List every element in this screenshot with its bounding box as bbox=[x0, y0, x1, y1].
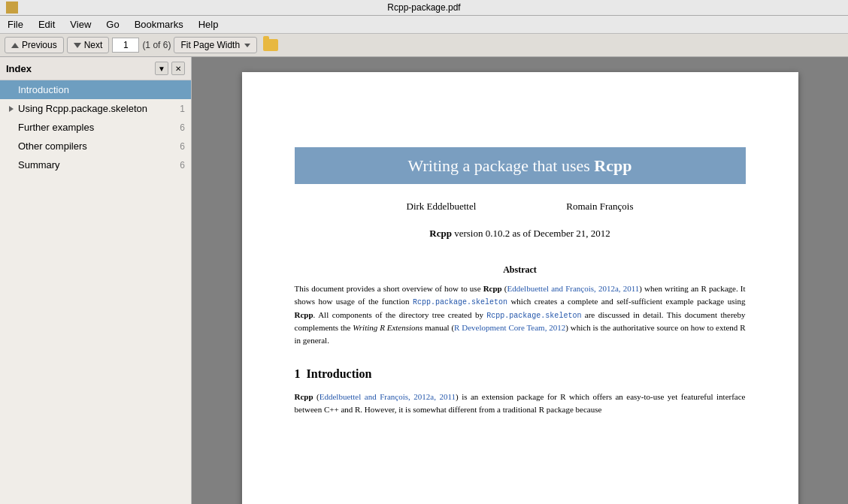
next-label: Next bbox=[84, 40, 103, 50]
sidebar: Index ▼ ✕ Introduction Using Rcpp.packag… bbox=[0, 57, 192, 504]
sidebar-label-other-compilers: Other compilers bbox=[18, 140, 180, 152]
expand-arrow-icon bbox=[9, 106, 14, 112]
pdf-link-rcore[interactable]: R Development Core Team, 2012 bbox=[454, 323, 565, 332]
sidebar-item-other-compilers[interactable]: Other compilers 6 bbox=[0, 137, 191, 155]
pdf-title: Writing a package that uses Rcpp bbox=[295, 147, 746, 184]
menu-view[interactable]: View bbox=[65, 17, 95, 32]
sidebar-label-summary: Summary bbox=[18, 159, 180, 171]
page-number-input[interactable]: 1 bbox=[112, 38, 139, 53]
pdf-abstract-body: This document provides a short overview … bbox=[295, 282, 746, 347]
pdf-author1: Dirk Eddelbuettel bbox=[407, 199, 477, 214]
pdf-area[interactable]: Writing a package that uses Rcpp Dirk Ed… bbox=[192, 57, 848, 504]
menubar: File Edit View Go Bookmarks Help bbox=[0, 16, 848, 34]
menu-go[interactable]: Go bbox=[101, 17, 123, 32]
pdf-title-bold: Rcpp bbox=[594, 156, 631, 175]
sidebar-page-further-examples: 6 bbox=[180, 122, 185, 133]
sidebar-label-using-rcpp: Using Rcpp.package.skeleton bbox=[18, 103, 180, 114]
sidebar-close-button[interactable]: ✕ bbox=[171, 62, 185, 75]
sidebar-expand-introduction bbox=[9, 84, 15, 95]
toolbar: Previous Next 1 (1 of 6) Fit Page Width bbox=[0, 34, 848, 57]
fit-label: Fit Page Width bbox=[180, 40, 240, 50]
sidebar-item-introduction[interactable]: Introduction bbox=[0, 80, 191, 99]
pdf-section1-body: Rcpp (Eddelbuettel and François, 2012a, … bbox=[295, 391, 746, 416]
sidebar-title: Index bbox=[6, 63, 32, 74]
sidebar-label-introduction: Introduction bbox=[18, 84, 185, 95]
sidebar-page-other-compilers: 6 bbox=[180, 141, 185, 152]
pdf-version: Rcpp version 0.10.2 as of December 21, 2… bbox=[295, 226, 746, 241]
menu-bookmarks[interactable]: Bookmarks bbox=[130, 17, 188, 32]
pdf-title-container: Writing a package that uses Rcpp bbox=[295, 147, 746, 184]
menu-help[interactable]: Help bbox=[194, 17, 223, 32]
pdf-title-text1: Writing a package that uses bbox=[408, 156, 595, 175]
pdf-rcpp-strong: Rcpp bbox=[295, 392, 313, 401]
sidebar-page-using-rcpp: 1 bbox=[180, 104, 185, 114]
sidebar-sort-button[interactable]: ▼ bbox=[155, 62, 168, 75]
pdf-section1-title: 1 Introduction bbox=[295, 365, 746, 383]
main-area: Index ▼ ✕ Introduction Using Rcpp.packag… bbox=[0, 57, 848, 504]
menu-file[interactable]: File bbox=[3, 17, 28, 32]
sidebar-page-summary: 6 bbox=[180, 160, 185, 171]
pdf-link-intro[interactable]: Eddelbuettel and François, 2012a, 2011 bbox=[320, 392, 456, 401]
page-count: (1 of 6) bbox=[142, 40, 171, 50]
pdf-authors: Dirk Eddelbuettel Romain François bbox=[295, 199, 746, 214]
sidebar-expand-summary bbox=[9, 159, 15, 171]
previous-label: Previous bbox=[22, 40, 57, 50]
sidebar-item-further-examples[interactable]: Further examples 6 bbox=[0, 118, 191, 137]
window-title: Rcpp-package.pdf bbox=[387, 2, 460, 13]
pdf-version-text: version 0.10.2 as of December 21, 2012 bbox=[452, 228, 610, 239]
sidebar-item-summary[interactable]: Summary 6 bbox=[0, 155, 191, 174]
pdf-code-skeleton2: Rcpp.package.skeleton bbox=[486, 312, 581, 320]
sidebar-header: Index ▼ ✕ bbox=[0, 57, 191, 80]
pdf-author2: Romain François bbox=[566, 199, 633, 214]
sidebar-expand-using-rcpp bbox=[9, 103, 15, 114]
sidebar-expand-further bbox=[9, 122, 15, 133]
sidebar-expand-other bbox=[9, 140, 15, 152]
folder-icon[interactable] bbox=[263, 39, 278, 51]
pdf-section1-heading: Introduction bbox=[307, 367, 372, 380]
next-arrow-icon bbox=[74, 43, 81, 48]
previous-button[interactable]: Previous bbox=[5, 37, 64, 53]
pdf-page: Writing a package that uses Rcpp Dirk Ed… bbox=[242, 72, 798, 504]
sidebar-label-further-examples: Further examples bbox=[18, 122, 180, 133]
fit-dropdown[interactable]: Fit Page Width bbox=[174, 37, 257, 53]
previous-arrow-icon bbox=[11, 43, 19, 48]
sidebar-item-using-rcpp[interactable]: Using Rcpp.package.skeleton 1 bbox=[0, 99, 191, 118]
pdf-link-eddelbuettel[interactable]: Eddelbuettel and François, 2012a, 2011 bbox=[507, 284, 640, 293]
pdf-section1-num: 1 bbox=[295, 367, 301, 380]
next-button[interactable]: Next bbox=[67, 37, 110, 53]
pdf-abstract-heading: Abstract bbox=[295, 263, 746, 276]
sidebar-controls: ▼ ✕ bbox=[155, 62, 185, 75]
pdf-rcpp-bold: Rcpp bbox=[429, 228, 452, 239]
menu-edit[interactable]: Edit bbox=[34, 17, 59, 32]
fit-dropdown-arrow-icon bbox=[244, 44, 250, 47]
app-icon bbox=[6, 2, 18, 14]
titlebar: Rcpp-package.pdf bbox=[0, 0, 848, 16]
pdf-code-skeleton: Rcpp.package.skeleton bbox=[413, 298, 507, 306]
